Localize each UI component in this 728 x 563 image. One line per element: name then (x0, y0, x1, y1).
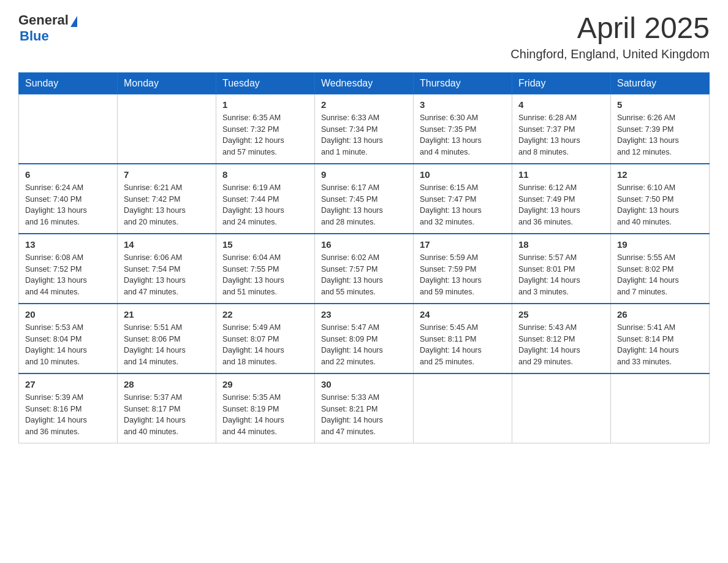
column-header-tuesday: Tuesday (216, 72, 315, 94)
day-number: 12 (617, 169, 703, 180)
column-header-sunday: Sunday (19, 72, 118, 94)
day-info: Sunrise: 6:35 AM Sunset: 7:32 PM Dayligh… (222, 112, 308, 158)
calendar-header: SundayMondayTuesdayWednesdayThursdayFrid… (19, 72, 710, 94)
day-cell: 5Sunrise: 6:26 AM Sunset: 7:39 PM Daylig… (611, 94, 710, 164)
day-info: Sunrise: 5:49 AM Sunset: 8:07 PM Dayligh… (222, 322, 308, 368)
day-cell: 19Sunrise: 5:55 AM Sunset: 8:02 PM Dayli… (611, 234, 710, 304)
day-number: 2 (321, 99, 407, 110)
day-info: Sunrise: 5:55 AM Sunset: 8:02 PM Dayligh… (617, 252, 703, 298)
day-number: 15 (222, 239, 308, 250)
month-title: April 2025 (510, 12, 710, 45)
header-row: SundayMondayTuesdayWednesdayThursdayFrid… (19, 72, 710, 94)
day-cell (118, 94, 216, 164)
day-info: Sunrise: 6:19 AM Sunset: 7:44 PM Dayligh… (222, 182, 308, 228)
logo-blue-text: Blue (20, 28, 49, 44)
day-number: 23 (321, 309, 407, 320)
day-number: 29 (222, 379, 308, 389)
day-number: 30 (321, 379, 407, 389)
day-cell (611, 373, 710, 443)
day-cell: 23Sunrise: 5:47 AM Sunset: 8:09 PM Dayli… (315, 304, 414, 373)
day-cell: 21Sunrise: 5:51 AM Sunset: 8:06 PM Dayli… (118, 304, 216, 373)
day-info: Sunrise: 6:30 AM Sunset: 7:35 PM Dayligh… (420, 112, 506, 158)
day-cell: 1Sunrise: 6:35 AM Sunset: 7:32 PM Daylig… (216, 94, 315, 164)
day-number: 9 (321, 169, 407, 180)
day-number: 16 (321, 239, 407, 250)
day-cell: 13Sunrise: 6:08 AM Sunset: 7:52 PM Dayli… (19, 234, 118, 304)
day-info: Sunrise: 5:51 AM Sunset: 8:06 PM Dayligh… (124, 322, 210, 368)
day-info: Sunrise: 6:12 AM Sunset: 7:49 PM Dayligh… (518, 182, 604, 228)
week-row-2: 6Sunrise: 6:24 AM Sunset: 7:40 PM Daylig… (19, 164, 710, 234)
day-info: Sunrise: 6:02 AM Sunset: 7:57 PM Dayligh… (321, 252, 407, 298)
day-number: 4 (518, 99, 604, 110)
column-header-wednesday: Wednesday (315, 72, 414, 94)
logo-triangle-icon (70, 16, 77, 27)
day-number: 5 (617, 99, 703, 110)
day-info: Sunrise: 6:10 AM Sunset: 7:50 PM Dayligh… (617, 182, 703, 228)
page-header: General Blue April 2025 Chingford, Engla… (18, 12, 710, 61)
day-info: Sunrise: 6:17 AM Sunset: 7:45 PM Dayligh… (321, 182, 407, 228)
day-info: Sunrise: 6:28 AM Sunset: 7:37 PM Dayligh… (518, 112, 604, 158)
day-cell: 15Sunrise: 6:04 AM Sunset: 7:55 PM Dayli… (216, 234, 315, 304)
logo-general-text: General (18, 12, 69, 28)
week-row-1: 1Sunrise: 6:35 AM Sunset: 7:32 PM Daylig… (19, 94, 710, 164)
day-info: Sunrise: 5:41 AM Sunset: 8:14 PM Dayligh… (617, 322, 703, 368)
day-cell: 6Sunrise: 6:24 AM Sunset: 7:40 PM Daylig… (19, 164, 118, 234)
day-number: 18 (518, 239, 604, 250)
day-cell: 4Sunrise: 6:28 AM Sunset: 7:37 PM Daylig… (512, 94, 611, 164)
day-number: 19 (617, 239, 703, 250)
day-info: Sunrise: 5:59 AM Sunset: 7:59 PM Dayligh… (420, 252, 506, 298)
day-number: 7 (124, 169, 210, 180)
day-info: Sunrise: 5:47 AM Sunset: 8:09 PM Dayligh… (321, 322, 407, 368)
day-info: Sunrise: 5:43 AM Sunset: 8:12 PM Dayligh… (518, 322, 604, 368)
day-cell: 14Sunrise: 6:06 AM Sunset: 7:54 PM Dayli… (118, 234, 216, 304)
day-info: Sunrise: 6:08 AM Sunset: 7:52 PM Dayligh… (25, 252, 111, 298)
day-info: Sunrise: 6:26 AM Sunset: 7:39 PM Dayligh… (617, 112, 703, 158)
day-cell: 24Sunrise: 5:45 AM Sunset: 8:11 PM Dayli… (414, 304, 512, 373)
day-cell (414, 373, 512, 443)
day-info: Sunrise: 5:45 AM Sunset: 8:11 PM Dayligh… (420, 322, 506, 368)
day-info: Sunrise: 5:39 AM Sunset: 8:16 PM Dayligh… (25, 392, 111, 438)
column-header-monday: Monday (118, 72, 216, 94)
day-number: 6 (25, 169, 111, 180)
day-cell: 10Sunrise: 6:15 AM Sunset: 7:47 PM Dayli… (414, 164, 512, 234)
column-header-saturday: Saturday (611, 72, 710, 94)
day-number: 10 (420, 169, 506, 180)
day-number: 13 (25, 239, 111, 250)
day-cell: 18Sunrise: 5:57 AM Sunset: 8:01 PM Dayli… (512, 234, 611, 304)
day-info: Sunrise: 6:21 AM Sunset: 7:42 PM Dayligh… (124, 182, 210, 228)
day-info: Sunrise: 5:35 AM Sunset: 8:19 PM Dayligh… (222, 392, 308, 438)
day-info: Sunrise: 5:37 AM Sunset: 8:17 PM Dayligh… (124, 392, 210, 438)
day-cell: 2Sunrise: 6:33 AM Sunset: 7:34 PM Daylig… (315, 94, 414, 164)
day-info: Sunrise: 5:33 AM Sunset: 8:21 PM Dayligh… (321, 392, 407, 438)
day-number: 3 (420, 99, 506, 110)
week-row-4: 20Sunrise: 5:53 AM Sunset: 8:04 PM Dayli… (19, 304, 710, 373)
logo: General Blue (18, 12, 77, 44)
week-row-5: 27Sunrise: 5:39 AM Sunset: 8:16 PM Dayli… (19, 373, 710, 443)
day-number: 21 (124, 309, 210, 320)
day-cell: 25Sunrise: 5:43 AM Sunset: 8:12 PM Dayli… (512, 304, 611, 373)
day-info: Sunrise: 6:06 AM Sunset: 7:54 PM Dayligh… (124, 252, 210, 298)
day-number: 1 (222, 99, 308, 110)
day-info: Sunrise: 6:33 AM Sunset: 7:34 PM Dayligh… (321, 112, 407, 158)
day-info: Sunrise: 6:15 AM Sunset: 7:47 PM Dayligh… (420, 182, 506, 228)
day-number: 22 (222, 309, 308, 320)
day-cell: 29Sunrise: 5:35 AM Sunset: 8:19 PM Dayli… (216, 373, 315, 443)
day-number: 28 (124, 379, 210, 389)
day-cell: 20Sunrise: 5:53 AM Sunset: 8:04 PM Dayli… (19, 304, 118, 373)
day-cell: 9Sunrise: 6:17 AM Sunset: 7:45 PM Daylig… (315, 164, 414, 234)
day-number: 26 (617, 309, 703, 320)
day-cell: 11Sunrise: 6:12 AM Sunset: 7:49 PM Dayli… (512, 164, 611, 234)
day-cell: 28Sunrise: 5:37 AM Sunset: 8:17 PM Dayli… (118, 373, 216, 443)
day-number: 20 (25, 309, 111, 320)
day-cell: 8Sunrise: 6:19 AM Sunset: 7:44 PM Daylig… (216, 164, 315, 234)
column-header-friday: Friday (512, 72, 611, 94)
title-area: April 2025 Chingford, England, United Ki… (510, 12, 710, 61)
day-cell: 22Sunrise: 5:49 AM Sunset: 8:07 PM Dayli… (216, 304, 315, 373)
day-cell: 30Sunrise: 5:33 AM Sunset: 8:21 PM Dayli… (315, 373, 414, 443)
day-info: Sunrise: 6:04 AM Sunset: 7:55 PM Dayligh… (222, 252, 308, 298)
calendar-body: 1Sunrise: 6:35 AM Sunset: 7:32 PM Daylig… (19, 94, 710, 443)
day-number: 24 (420, 309, 506, 320)
day-number: 14 (124, 239, 210, 250)
day-cell: 27Sunrise: 5:39 AM Sunset: 8:16 PM Dayli… (19, 373, 118, 443)
day-info: Sunrise: 5:57 AM Sunset: 8:01 PM Dayligh… (518, 252, 604, 298)
